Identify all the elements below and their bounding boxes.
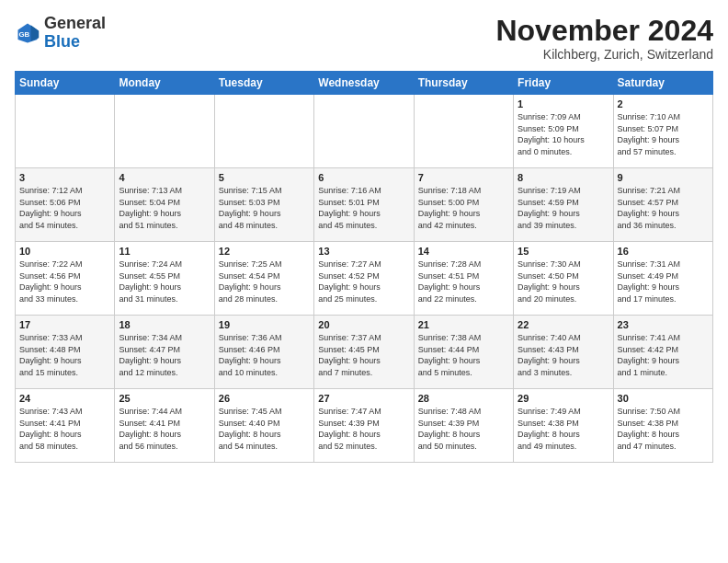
day-info: Sunrise: 7:47 AM Sunset: 4:39 PM Dayligh… [318,406,409,452]
day-info: Sunrise: 7:43 AM Sunset: 4:41 PM Dayligh… [19,406,110,452]
calendar-cell: 22Sunrise: 7:40 AM Sunset: 4:43 PM Dayli… [514,316,613,389]
weekday-header: Sunday [16,72,115,95]
day-info: Sunrise: 7:48 AM Sunset: 4:39 PM Dayligh… [418,406,509,452]
weekday-header: Friday [514,72,613,95]
weekday-header: Monday [115,72,214,95]
day-info: Sunrise: 7:30 AM Sunset: 4:50 PM Dayligh… [518,259,609,304]
day-info: Sunrise: 7:12 AM Sunset: 5:06 PM Dayligh… [19,185,110,231]
day-info: Sunrise: 7:15 AM Sunset: 5:03 PM Dayligh… [219,185,310,231]
day-number: 12 [219,246,310,257]
calendar-cell: 24Sunrise: 7:43 AM Sunset: 4:41 PM Dayli… [16,389,115,463]
day-number: 1 [518,98,609,109]
day-info: Sunrise: 7:49 AM Sunset: 4:38 PM Dayligh… [518,406,609,452]
logo-general: General [44,14,106,32]
day-number: 28 [418,393,509,404]
day-info: Sunrise: 7:37 AM Sunset: 4:45 PM Dayligh… [318,332,409,378]
logo: GB General Blue [15,15,106,52]
calendar-cell [16,95,115,168]
month-title: November 2024 [495,15,713,47]
calendar-cell: 15Sunrise: 7:30 AM Sunset: 4:50 PM Dayli… [514,242,613,316]
day-number: 22 [518,319,609,330]
day-number: 6 [318,172,409,183]
title-block: November 2024 Kilchberg, Zurich, Switzer… [495,15,713,62]
header-row: SundayMondayTuesdayWednesdayThursdayFrid… [16,72,713,95]
calendar-cell: 1Sunrise: 7:09 AM Sunset: 5:09 PM Daylig… [514,95,613,168]
day-number: 17 [19,319,110,330]
day-info: Sunrise: 7:10 AM Sunset: 5:07 PM Dayligh… [618,111,709,157]
calendar-cell: 5Sunrise: 7:15 AM Sunset: 5:03 PM Daylig… [214,168,313,242]
logo-blue: Blue [44,32,80,51]
calendar-cell: 16Sunrise: 7:31 AM Sunset: 4:49 PM Dayli… [613,242,712,316]
day-info: Sunrise: 7:24 AM Sunset: 4:55 PM Dayligh… [119,259,210,304]
day-info: Sunrise: 7:44 AM Sunset: 4:41 PM Dayligh… [119,406,210,452]
day-number: 13 [318,246,409,257]
svg-text:GB: GB [18,29,29,38]
calendar-table: SundayMondayTuesdayWednesdayThursdayFrid… [15,71,713,463]
calendar-cell: 7Sunrise: 7:18 AM Sunset: 5:00 PM Daylig… [414,168,513,242]
calendar-cell [414,95,513,168]
calendar-cell: 18Sunrise: 7:34 AM Sunset: 4:47 PM Dayli… [115,316,214,389]
location: Kilchberg, Zurich, Switzerland [495,47,713,62]
weekday-header: Saturday [613,72,712,95]
calendar-cell: 25Sunrise: 7:44 AM Sunset: 4:41 PM Dayli… [115,389,214,463]
calendar-cell: 12Sunrise: 7:25 AM Sunset: 4:54 PM Dayli… [214,242,313,316]
calendar-cell: 20Sunrise: 7:37 AM Sunset: 4:45 PM Dayli… [314,316,414,389]
page: GB General Blue November 2024 Kilchberg,… [0,0,728,472]
day-info: Sunrise: 7:16 AM Sunset: 5:01 PM Dayligh… [318,185,409,231]
calendar-cell: 26Sunrise: 7:45 AM Sunset: 4:40 PM Dayli… [214,389,313,463]
day-number: 14 [418,246,509,257]
calendar-cell [115,95,214,168]
calendar-cell: 30Sunrise: 7:50 AM Sunset: 4:38 PM Dayli… [613,389,712,463]
day-number: 3 [19,172,110,183]
day-info: Sunrise: 7:45 AM Sunset: 4:40 PM Dayligh… [219,406,310,452]
calendar-cell: 4Sunrise: 7:13 AM Sunset: 5:04 PM Daylig… [115,168,214,242]
day-info: Sunrise: 7:27 AM Sunset: 4:52 PM Dayligh… [318,259,409,304]
calendar-row: 3Sunrise: 7:12 AM Sunset: 5:06 PM Daylig… [16,168,713,242]
calendar-cell: 2Sunrise: 7:10 AM Sunset: 5:07 PM Daylig… [613,95,712,168]
day-info: Sunrise: 7:28 AM Sunset: 4:51 PM Dayligh… [418,259,509,304]
calendar-cell: 10Sunrise: 7:22 AM Sunset: 4:56 PM Dayli… [16,242,115,316]
day-number: 11 [119,246,210,257]
day-number: 4 [119,172,210,183]
calendar-row: 1Sunrise: 7:09 AM Sunset: 5:09 PM Daylig… [16,95,713,168]
header: GB General Blue November 2024 Kilchberg,… [15,15,713,62]
day-number: 25 [119,393,210,404]
day-info: Sunrise: 7:41 AM Sunset: 4:42 PM Dayligh… [618,332,709,378]
day-number: 23 [618,319,709,330]
calendar-cell: 27Sunrise: 7:47 AM Sunset: 4:39 PM Dayli… [314,389,414,463]
day-info: Sunrise: 7:36 AM Sunset: 4:46 PM Dayligh… [219,332,310,378]
day-number: 27 [318,393,409,404]
calendar-cell: 11Sunrise: 7:24 AM Sunset: 4:55 PM Dayli… [115,242,214,316]
day-info: Sunrise: 7:50 AM Sunset: 4:38 PM Dayligh… [618,406,709,452]
logo-icon: GB [15,20,40,46]
calendar-cell [314,95,414,168]
day-number: 7 [418,172,509,183]
calendar-row: 10Sunrise: 7:22 AM Sunset: 4:56 PM Dayli… [16,242,713,316]
day-number: 9 [618,172,709,183]
day-info: Sunrise: 7:40 AM Sunset: 4:43 PM Dayligh… [518,332,609,378]
calendar-row: 17Sunrise: 7:33 AM Sunset: 4:48 PM Dayli… [16,316,713,389]
day-number: 20 [318,319,409,330]
day-info: Sunrise: 7:34 AM Sunset: 4:47 PM Dayligh… [119,332,210,378]
day-info: Sunrise: 7:25 AM Sunset: 4:54 PM Dayligh… [219,259,310,304]
day-info: Sunrise: 7:21 AM Sunset: 4:57 PM Dayligh… [618,185,709,231]
calendar-cell: 8Sunrise: 7:19 AM Sunset: 4:59 PM Daylig… [514,168,613,242]
day-info: Sunrise: 7:18 AM Sunset: 5:00 PM Dayligh… [418,185,509,231]
day-number: 5 [219,172,310,183]
day-number: 30 [618,393,709,404]
day-number: 2 [618,98,709,109]
calendar-cell: 28Sunrise: 7:48 AM Sunset: 4:39 PM Dayli… [414,389,513,463]
day-info: Sunrise: 7:22 AM Sunset: 4:56 PM Dayligh… [19,259,110,304]
day-number: 15 [518,246,609,257]
day-number: 19 [219,319,310,330]
calendar-cell: 6Sunrise: 7:16 AM Sunset: 5:01 PM Daylig… [314,168,414,242]
calendar-cell: 3Sunrise: 7:12 AM Sunset: 5:06 PM Daylig… [16,168,115,242]
calendar-cell: 14Sunrise: 7:28 AM Sunset: 4:51 PM Dayli… [414,242,513,316]
day-info: Sunrise: 7:09 AM Sunset: 5:09 PM Dayligh… [518,111,609,157]
day-number: 16 [618,246,709,257]
day-number: 18 [119,319,210,330]
calendar-cell: 17Sunrise: 7:33 AM Sunset: 4:48 PM Dayli… [16,316,115,389]
weekday-header: Thursday [414,72,513,95]
calendar-cell: 21Sunrise: 7:38 AM Sunset: 4:44 PM Dayli… [414,316,513,389]
weekday-header: Tuesday [214,72,313,95]
